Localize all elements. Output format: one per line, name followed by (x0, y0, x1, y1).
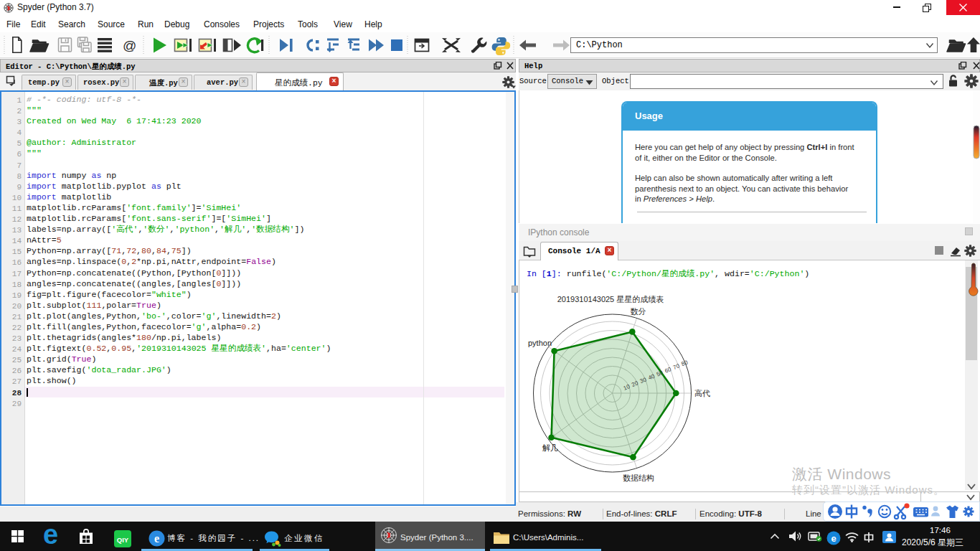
svg-text:2019310143025 星星的成绩表: 2019310143025 星星的成绩表 (557, 295, 664, 303)
svg-text:80: 80 (680, 359, 689, 367)
svg-text:QIY: QIY (117, 536, 129, 544)
svg-text:70: 70 (672, 362, 681, 371)
svg-text:解几: 解几 (542, 443, 558, 452)
svg-text:@: @ (123, 38, 136, 53)
svg-text:e: e (43, 522, 58, 550)
svg-text:数分: 数分 (631, 307, 646, 316)
svg-text:数据结构: 数据结构 (623, 474, 654, 482)
svg-text:python: python (528, 339, 552, 347)
svg-text:e: e (831, 533, 836, 544)
svg-text:60: 60 (664, 366, 672, 375)
svg-text:高代: 高代 (694, 389, 710, 397)
svg-text:e: e (154, 532, 159, 545)
